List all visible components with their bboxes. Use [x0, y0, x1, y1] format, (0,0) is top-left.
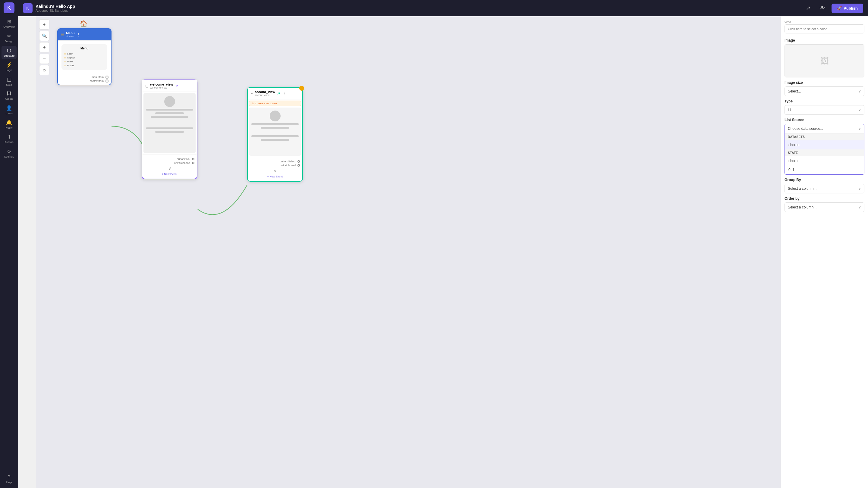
on-patch-load-conn-point[interactable]: [192, 162, 194, 164]
welcome-phone-preview: [144, 93, 195, 153]
state-chores-option[interactable]: chores: [785, 156, 864, 165]
color-input[interactable]: [784, 24, 864, 33]
list-source-chevron: ∨: [858, 127, 861, 131]
menu-screen-card: ☰ Menu drawer ⋮ Menu ☆ Login ☆ Signup: [57, 28, 112, 85]
menu-item-conn-point[interactable]: [105, 76, 108, 78]
share-button[interactable]: ↗: [803, 3, 813, 13]
menu-screen-body: Menu ☆ Login ☆ Signup ☆ Posts ☆ Profile: [58, 41, 111, 73]
users-icon: 👤: [6, 105, 12, 111]
list-source-dropdown-open: Choose data source... ∨ DATASETS chores …: [784, 124, 864, 175]
sidebar-item-design[interactable]: ✏ Design: [1, 31, 17, 44]
group-by-dropdown[interactable]: Select a column... ∨: [784, 184, 864, 193]
order-by-dropdown[interactable]: Select a column... ∨: [784, 202, 864, 212]
welcome-screen-header: ▢ welcome_view welcome view ↗ ⋮: [142, 80, 197, 92]
home-icon: 🏠: [80, 20, 87, 27]
second-screen-header: ≡ second_view second view ↗ ⋮: [248, 88, 302, 99]
second-patch-load-conn-point[interactable]: [298, 164, 300, 167]
assets-icon: 🖼: [7, 91, 11, 96]
image-placeholder: 🖼: [784, 44, 864, 77]
state-partial-option[interactable]: 0, 1: [785, 165, 864, 174]
publish-icon: 🚀: [837, 6, 842, 10]
welcome-more-button[interactable]: ⋮: [180, 84, 184, 88]
image-size-chevron: ∨: [858, 89, 861, 93]
sidebar-item-data[interactable]: ◫ Data: [1, 75, 17, 88]
notify-icon: 🔔: [6, 120, 12, 125]
welcome-expand-events-button[interactable]: ∨: [145, 165, 194, 171]
welcome-events: buttonClick onPatchLoad ∨ + New Event: [142, 155, 197, 178]
second-screen-card: ≡ second_view second view ↗ ⋮ ⚠ Choose a…: [247, 87, 303, 182]
sidebar-item-logic[interactable]: ⚡ Logic: [1, 60, 17, 73]
dataset-chores-option[interactable]: chores: [785, 140, 864, 150]
help-icon: ?: [8, 475, 10, 480]
image-placeholder-icon: 🖼: [820, 56, 829, 66]
second-event-onitemselect: onItemSelect: [250, 160, 300, 163]
sidebar-item-publish[interactable]: ⬆ Publish: [1, 132, 17, 145]
sidebar-item-structure[interactable]: ⬡ Structure: [1, 46, 17, 59]
second-avatar-preview: [270, 110, 281, 121]
type-chevron: ∨: [858, 108, 861, 112]
second-event-onpatchload: onPatchLoad: [250, 164, 300, 167]
welcome-new-event-button[interactable]: + New Event: [145, 171, 194, 177]
preview-button[interactable]: 👁: [817, 3, 828, 13]
second-events: onItemSelect onPatchLoad ∨ + New Event: [248, 157, 302, 181]
menu-screen-header: ☰ Menu drawer ⋮: [58, 29, 111, 41]
app-title: Kalindu's Hello App Appspotr SL Sandbox: [36, 4, 75, 12]
order-by-label: Order by: [784, 196, 864, 201]
settings-icon: ⚙: [7, 149, 11, 154]
refresh-button[interactable]: ↺: [39, 65, 50, 75]
topbar: K Kalindu's Hello App Appspotr SL Sandbo…: [18, 0, 868, 16]
menu-connection-row-1: menuItem: [60, 76, 108, 78]
menu-phone-preview: Menu ☆ Login ☆ Signup ☆ Posts ☆ Profile: [61, 44, 107, 70]
menu-connection-row-2: contextItem: [60, 79, 108, 83]
button-click-conn-point[interactable]: [192, 158, 194, 160]
app-logo: K: [23, 3, 33, 13]
type-dropdown[interactable]: List ∨: [784, 105, 864, 115]
sidebar-item-settings[interactable]: ⚙ Settings: [1, 147, 17, 160]
second-expand-button[interactable]: ↗: [277, 91, 280, 96]
second-screen-dot: [299, 86, 304, 91]
overview-icon: ⊞: [7, 19, 11, 24]
data-icon: ◫: [7, 76, 11, 82]
publish-sidebar-icon: ⬆: [7, 134, 11, 140]
add-screen-button[interactable]: +: [39, 19, 50, 30]
image-size-dropdown[interactable]: Select... ∨: [784, 87, 864, 96]
publish-button[interactable]: 🚀 Publish: [832, 4, 863, 13]
welcome-type-icon: ▢: [145, 84, 148, 88]
search-canvas-button[interactable]: 🔍: [39, 31, 50, 41]
menu-item-login: ☆ Login: [64, 52, 105, 56]
sidebar-item-notify[interactable]: 🔔 Notify: [1, 118, 17, 131]
menu-more-button[interactable]: ⋮: [76, 32, 81, 37]
welcome-event-buttonclick: buttonClick: [145, 158, 194, 161]
zoom-out-button[interactable]: −: [39, 54, 50, 64]
welcome-avatar-preview: [164, 96, 175, 107]
sidebar-item-assets[interactable]: 🖼 Assets: [1, 89, 17, 102]
structure-icon: ⬡: [7, 47, 11, 53]
sidebar: K ⊞ Overview ✏ Design ⬡ Structure ⚡ Logi…: [0, 0, 18, 488]
type-label: Type: [784, 99, 864, 103]
sidebar-home-icon[interactable]: K: [4, 2, 14, 13]
sidebar-item-users[interactable]: 👤 Users: [1, 103, 17, 117]
context-item-conn-point[interactable]: [105, 79, 108, 83]
state-header: STATE: [785, 150, 864, 156]
welcome-expand-button[interactable]: ↗: [175, 84, 178, 88]
order-by-chevron: ∨: [858, 205, 861, 209]
second-more-button[interactable]: ⋮: [282, 91, 286, 96]
second-expand-events-button[interactable]: ∨: [250, 168, 300, 174]
menu-item-signup: ☆ Signup: [64, 56, 105, 60]
mini-toolbar: + 🔍 + − ↺: [39, 19, 50, 75]
welcome-screen-card: ▢ welcome_view welcome view ↗ ⋮ butt: [142, 79, 197, 179]
main-area: 🏠 + 🔍 + − ↺ ☰ Menu drawer ⋮ Menu: [36, 16, 868, 488]
on-item-select-conn-point[interactable]: [298, 160, 300, 163]
warning-icon: ⚠: [252, 102, 254, 105]
sidebar-item-help[interactable]: ? Help: [1, 473, 17, 486]
zoom-in-button[interactable]: +: [39, 42, 50, 53]
menu-type-icon: ☰: [61, 33, 64, 37]
second-new-event-button[interactable]: + New Event: [250, 174, 300, 179]
sidebar-item-overview[interactable]: ⊞ Overview: [1, 17, 17, 30]
menu-item-profile: ☆ Profile: [64, 64, 105, 67]
list-source-input[interactable]: Choose data source... ∨: [785, 124, 864, 133]
color-section-label: Color: [784, 20, 864, 23]
canvas[interactable]: 🏠 + 🔍 + − ↺ ☰ Menu drawer ⋮ Menu: [36, 16, 781, 488]
right-panel: Color Image 🖼 Image size Select... ∨ Typ…: [781, 16, 868, 488]
logic-icon: ⚡: [6, 62, 12, 68]
